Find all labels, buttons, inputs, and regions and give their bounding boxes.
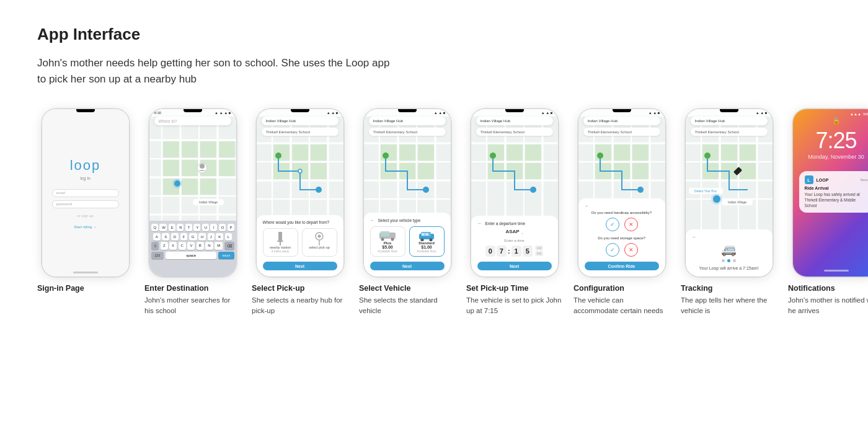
screen-label-signin-title: Sign-in Page <box>37 284 133 293</box>
vehicle-plus-price: $5.00 <box>382 245 393 249</box>
config-x-1[interactable]: ✕ <box>624 218 638 231</box>
screen-item-vehicle: ▲ ▲ ■ Indian Village Hub Thirkell Elemen… <box>359 109 455 316</box>
search-bar-tracking-top[interactable]: Indian Village Hub <box>691 117 768 125</box>
search-bar-time-top[interactable]: Indian Village Hub <box>476 117 553 125</box>
vehicle-standard[interactable]: Standard $1.00 Available Now <box>409 226 445 257</box>
am-pm-selector[interactable]: AM PM <box>535 246 544 257</box>
screen-label-notif-title: Notifications <box>788 284 868 293</box>
key-n[interactable]: N <box>205 242 213 250</box>
svg-rect-18 <box>182 179 198 195</box>
key-r[interactable]: R <box>177 224 184 231</box>
start-riding-link[interactable]: Start riding → <box>74 225 97 229</box>
am-option[interactable]: AM <box>535 246 544 250</box>
next-button-pickup[interactable]: Next <box>263 262 337 270</box>
key-l[interactable]: L <box>225 233 232 241</box>
vehicle-panel: ← Select your vehicle type <box>364 213 451 277</box>
email-input[interactable]: email <box>52 189 119 197</box>
pm-option[interactable]: PM <box>535 251 544 256</box>
key-b[interactable]: B <box>197 242 204 250</box>
key-m[interactable]: M <box>215 242 223 250</box>
time-hour-0[interactable]: 0 <box>485 246 495 257</box>
key-x[interactable]: X <box>169 242 177 250</box>
search-bar-tracking-bottom[interactable]: Thirkell Elementary School <box>691 128 768 136</box>
key-c[interactable]: C <box>179 242 186 250</box>
key-v[interactable]: V <box>187 242 195 250</box>
key-t[interactable]: T <box>185 224 192 231</box>
key-123[interactable]: 123 <box>151 252 164 259</box>
search-bar-pickup-top[interactable]: Indian Village Hub <box>262 117 339 125</box>
config-x-2[interactable]: ✕ <box>624 243 638 257</box>
key-return[interactable]: return <box>218 252 234 259</box>
svg-rect-107 <box>632 144 649 161</box>
config-check-2[interactable]: ✓ <box>606 243 619 257</box>
loop-tagline: log in <box>80 176 91 180</box>
pickup-option-nearby[interactable]: nearby station 3 miles away <box>263 228 298 257</box>
search-bar-config-top[interactable]: Indian Village Hub <box>583 117 660 125</box>
tracking-dots <box>692 259 766 262</box>
search-bar-config-bottom[interactable]: Thirkell Elementary School <box>583 128 660 136</box>
back-arrow-config[interactable]: ← <box>585 203 590 209</box>
back-arrow-tracking[interactable]: ← <box>692 234 697 240</box>
search-bar-vehicle-top[interactable]: Indian Village Hub <box>369 117 446 125</box>
key-shift[interactable]: ⇧ <box>151 242 159 250</box>
vehicle-plus[interactable]: Plus $5.00 Available Now <box>370 226 405 257</box>
signin-or-text: or sign up <box>77 214 93 218</box>
key-e[interactable]: E <box>169 224 175 231</box>
back-arrow-vehicle[interactable]: ← <box>370 218 375 223</box>
search-bar-dest[interactable]: Where to? <box>154 117 231 125</box>
svg-rect-12 <box>182 141 198 157</box>
key-space[interactable]: space <box>166 252 217 259</box>
key-a[interactable]: A <box>153 233 161 241</box>
svg-rect-19 <box>200 179 216 195</box>
back-arrow-time[interactable]: ← <box>477 221 482 226</box>
key-o[interactable]: O <box>219 224 226 231</box>
key-del[interactable]: ⌫ <box>224 242 234 250</box>
key-g[interactable]: G <box>189 233 197 241</box>
notif-body: Your Loop has safely arrived at Thirkell… <box>805 192 868 208</box>
time-min-5[interactable]: 5 <box>523 246 533 257</box>
svg-point-71 <box>381 238 384 241</box>
key-h[interactable]: H <box>198 233 206 241</box>
time-hour-7[interactable]: 7 <box>497 246 507 257</box>
key-p[interactable]: P <box>228 224 234 231</box>
vehicle-standard-price: $1.00 <box>421 245 432 249</box>
svg-rect-47 <box>277 241 283 242</box>
svg-rect-20 <box>219 141 235 157</box>
search-bar-pickup-bottom[interactable]: Thirkell Elementary School <box>262 128 339 136</box>
next-button-vehicle[interactable]: Next <box>370 262 445 270</box>
phone-notch-dest <box>184 109 202 112</box>
key-u[interactable]: U <box>202 224 209 231</box>
time-min-1[interactable]: 1 <box>512 246 521 257</box>
phone-notch-signin <box>76 109 95 112</box>
dot-2 <box>727 259 730 262</box>
key-f[interactable]: F <box>180 233 188 241</box>
van-icon <box>379 230 396 241</box>
key-s[interactable]: S <box>162 233 169 241</box>
config-check-1[interactable]: ✓ <box>606 218 619 231</box>
vehicle-panel-label: Select your vehicle type <box>378 218 421 223</box>
enter-time-label: Enter a time <box>477 239 552 242</box>
search-bar-vehicle-bottom[interactable]: Thirkell Elementary School <box>369 128 446 136</box>
notif-card-header: L LOOP Now <box>805 175 868 184</box>
time-panel-label: Enter a departure time <box>485 221 526 226</box>
key-w[interactable]: W <box>159 224 167 231</box>
next-button-time[interactable]: Next <box>477 262 552 270</box>
password-input[interactable]: password <box>52 200 119 208</box>
keyboard-area: Q W E R T Y U I O P A S D <box>149 221 236 277</box>
svg-rect-123 <box>721 144 737 161</box>
svg-point-112 <box>637 187 644 193</box>
phone-config: ▲ ▲ ■ Indian Village Hub Thirkell Elemen… <box>578 109 665 277</box>
pickup-option-select[interactable]: select pick-up <box>302 228 337 257</box>
key-q[interactable]: Q <box>151 224 158 231</box>
screen-item-tracking: Indian Village Detect Your Bus ▲ ▲ ■ Ind… <box>681 109 777 316</box>
key-j[interactable]: J <box>208 233 215 241</box>
key-i[interactable]: I <box>210 224 217 231</box>
screen-item-signin: loop log in email password or sign up St… <box>37 109 133 295</box>
confirm-ride-button[interactable]: Confirm Ride <box>585 262 659 270</box>
key-y[interactable]: Y <box>193 224 200 231</box>
key-d[interactable]: D <box>171 233 179 241</box>
key-z[interactable]: Z <box>161 242 168 250</box>
search-bar-time-bottom[interactable]: Thirkell Elementary School <box>476 128 553 136</box>
phone-destination: Indian Village 8:30 ▲ ▲ ▲ ■ Where to? Q … <box>149 109 236 277</box>
key-k[interactable]: K <box>216 233 223 241</box>
